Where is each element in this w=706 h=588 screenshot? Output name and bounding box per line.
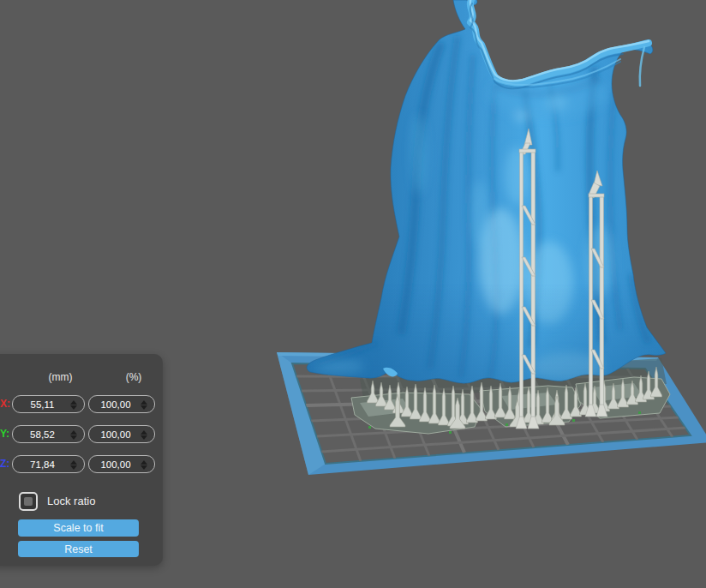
spinner-up-icon[interactable] [70,430,77,435]
slicer-window: (mm) (%) X: Y: Z: Lock [0,0,706,588]
x-percent-stepper[interactable] [141,399,149,411]
lock-ratio-label: Lock ratio [47,495,95,507]
y-mm-stepper[interactable] [70,429,79,441]
spinner-down-icon[interactable] [70,405,77,410]
y-mm-input[interactable] [16,426,69,442]
spinner-down-icon[interactable] [70,465,77,470]
scale-panel: (mm) (%) X: Y: Z: Lock [0,354,163,566]
spinner-down-icon[interactable] [141,405,147,410]
spinner-up-icon[interactable] [141,430,147,435]
spinner-up-icon[interactable] [70,400,77,405]
x-percent-input[interactable] [93,396,139,412]
unit-mm-label: (mm) [24,371,97,383]
unit-percent-label: (%) [100,371,167,383]
y-percent-input[interactable] [93,426,139,442]
spinner-up-icon[interactable] [141,400,147,405]
axis-row-z: Z: [0,455,163,473]
z-mm-input[interactable] [16,456,69,472]
z-percent-stepper[interactable] [141,459,149,471]
y-axis-label: Y: [0,428,12,440]
spinner-up-icon[interactable] [70,460,77,465]
spinner-down-icon[interactable] [70,435,77,440]
spinner-down-icon[interactable] [141,435,147,440]
z-axis-label: Z: [0,458,12,470]
lock-ratio-checkbox[interactable] [19,492,38,511]
z-percent-input[interactable] [93,456,139,472]
x-mm-input[interactable] [16,396,69,412]
spinner-down-icon[interactable] [141,465,147,470]
model-mesh[interactable] [300,0,677,394]
scale-to-fit-button[interactable]: Scale to fit [18,519,139,537]
axis-row-y: Y: [0,425,163,443]
axis-row-x: X: [0,395,163,413]
reset-button[interactable]: Reset [18,541,139,557]
checkbox-inner [24,497,33,506]
z-mm-stepper[interactable] [70,459,79,471]
spinner-up-icon[interactable] [141,460,147,465]
x-axis-label: X: [0,398,12,410]
y-percent-stepper[interactable] [141,429,149,441]
lock-ratio-row: Lock ratio [0,492,163,513]
x-mm-stepper[interactable] [70,399,79,411]
